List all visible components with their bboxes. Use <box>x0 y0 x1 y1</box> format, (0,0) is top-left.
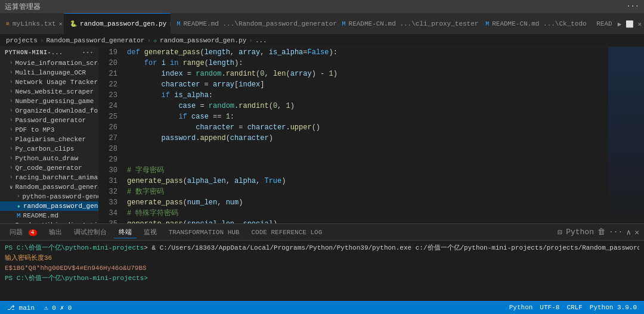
sidebar-label: Password_generator <box>15 117 86 124</box>
sidebar-label: python-password-genera... <box>22 193 98 200</box>
arrow-icon: › <box>10 117 13 123</box>
tab-mylinks[interactable]: ≡ myLinks.txt ✕ <box>0 13 64 34</box>
arrow-icon: › <box>10 175 13 181</box>
code-line-29 <box>127 154 603 165</box>
arrow-icon: › <box>10 70 13 76</box>
sidebar-item-random-pwd-folder[interactable]: ∨ Random_password_generator <box>0 182 98 192</box>
panel-tab-problems[interactable]: 问题 4 <box>5 226 42 238</box>
terminal-content[interactable]: PS C:\价值一个亿\python-mini-projects> & C:/U… <box>0 241 644 301</box>
sidebar-label: Python_auto_draw <box>15 155 78 162</box>
panel-tab-terminal[interactable]: 终端 <box>114 226 137 238</box>
statusbar-errors[interactable]: ⚠ 0 ✗ 0 <box>42 304 74 312</box>
code-line-20: for i in range(length): <box>127 58 603 69</box>
code-line-28 <box>127 144 603 154</box>
sidebar-label: README.md <box>23 212 58 219</box>
sidebar-item-news[interactable]: › News_website_scraper <box>0 87 98 97</box>
panel-split-icon[interactable]: ⊟ <box>558 228 562 237</box>
panel-more-icon[interactable]: ··· <box>609 228 623 237</box>
tab-random-pwd[interactable]: 🐍 random_password_gen.py ✕ <box>64 13 171 34</box>
statusbar-crlf[interactable]: CRLF <box>564 304 584 311</box>
sidebar-item-autodraw[interactable]: › Python_auto_draw <box>0 154 98 163</box>
arrow-icon: › <box>10 60 13 66</box>
arrow-icon: › <box>10 165 13 171</box>
sidebar-dots[interactable]: ··· <box>82 49 94 56</box>
sidebar-item-network[interactable]: › Network Usage Tracker <box>0 77 98 87</box>
linenum-27: 27 <box>98 133 117 144</box>
linenum-33: 33 <box>98 197 117 208</box>
sidebar-title: PYTHON-MINI-... <box>5 49 63 56</box>
panel-tab-debug-label: 调试控制台 <box>74 229 107 236</box>
linenum-25: 25 <box>98 111 117 122</box>
tab-random-pwd-label: random_password_gen.py <box>80 20 166 27</box>
arrow-icon: › <box>10 89 13 95</box>
menu-dots[interactable]: ··· <box>626 2 639 11</box>
statusbar-python[interactable]: Python <box>507 304 535 311</box>
linenum-26: 26 <box>98 122 117 133</box>
panel-trash-icon[interactable]: 🗑 <box>597 228 605 237</box>
tab-readme-cn2[interactable]: M README-CN.md ...\Ck_todo ✕ <box>479 13 590 34</box>
linenum-23: 23 <box>98 90 117 101</box>
code-line-31: generate_pass(alpha_len, alpha, True) <box>127 176 603 186</box>
panel-tab-output[interactable]: 输出 <box>44 226 67 238</box>
panel-tabbar: 问题 4 输出 调试控制台 终端 监视 TRANSFORMATION HUB C… <box>0 224 644 241</box>
sidebar-label: Number_guessing_game <box>15 98 94 105</box>
titlebar-controls[interactable]: ··· <box>626 2 639 11</box>
breadcrumb-file[interactable]: random_password_gen.py <box>160 37 246 44</box>
statusbar-branch[interactable]: ⎇ main <box>5 304 37 312</box>
panel-tab-watch-label: 监视 <box>144 229 157 236</box>
tab-readme-cn1-label: README-CN.md ...\cli_proxy_tester <box>349 20 479 27</box>
minimap-visual <box>608 47 644 223</box>
sidebar: PYTHON-MINI-... ··· › Movie_information_… <box>0 47 98 223</box>
code-line-30: # 字母密码 <box>127 165 603 176</box>
code-line-25: if case == 1: <box>127 111 603 122</box>
breadcrumb-folder[interactable]: Random_password_generator <box>46 37 144 44</box>
sidebar-label: Movie_information_scraper <box>15 60 98 67</box>
linenum-28: 28 <box>98 144 117 154</box>
panel-tab-transform[interactable]: TRANSFORMATION HUB <box>164 228 244 237</box>
breadcrumb-projects[interactable]: projects <box>6 37 38 44</box>
sidebar-label: racing_barchart_animation <box>15 174 98 181</box>
terminal-line-3: E$1BG*Q8*hhg00EDV$4#En946Hy46o&U79BS <box>5 263 639 273</box>
panel-close-icon[interactable]: ✕ <box>634 228 639 237</box>
linenum-22: 22 <box>98 79 117 90</box>
arrow-icon: › <box>17 194 20 200</box>
sidebar-item-ocr[interactable]: › Multi_language_OCR <box>0 68 98 77</box>
sidebar-item-readme[interactable]: M README.md <box>0 211 98 220</box>
problems-badge: 4 <box>29 229 37 236</box>
sidebar-item-movie[interactable]: › Movie_information_scraper <box>0 58 98 68</box>
statusbar-python-version[interactable]: Python 3.9.0 <box>587 304 639 311</box>
panel-tab-debug[interactable]: 调试控制台 <box>69 226 112 238</box>
terminal-password-output: E$1BG*Q8*hhg00EDV$4#En946Hy46o&U79BS <box>5 265 147 272</box>
sidebar-item-password[interactable]: › Password_generator <box>0 116 98 125</box>
statusbar-utf8[interactable]: UTF-8 <box>537 304 562 311</box>
sidebar-item-plagiarism[interactable]: › Plagiarism_checker <box>0 135 98 144</box>
tab-mylinks-close[interactable]: ✕ <box>59 20 63 27</box>
sidebar-item-number[interactable]: › Number_guessing_game <box>0 97 98 106</box>
sidebar-item-random-py[interactable]: ⬧ random_password_gen.py <box>0 201 98 211</box>
tab-read-icons[interactable]: ▶ ⬜ ✕ <box>618 20 642 28</box>
sidebar-item-qr[interactable]: › Qr_code_generator <box>0 163 98 173</box>
panel-chevron-icon[interactable]: ∧ <box>626 228 631 237</box>
panel-tab-coderef[interactable]: CODE REFERENCE LOG <box>246 228 327 237</box>
statusbar-right: Python UTF-8 CRLF Python 3.9.0 <box>507 304 639 311</box>
tab-read[interactable]: READ ▶ ⬜ ✕ <box>590 13 644 34</box>
sidebar-item-python-pwd[interactable]: › python-password-genera... <box>0 192 98 201</box>
code-line-22: character = array[index] <box>127 79 603 90</box>
breadcrumb-ellipsis[interactable]: ... <box>255 37 267 44</box>
panel-tab-watch[interactable]: 监视 <box>139 226 162 238</box>
panel-tab-transform-label: TRANSFORMATION HUB <box>169 229 240 236</box>
code-line-35: generate_pass(special_len, special) <box>127 219 603 223</box>
tab-readme1[interactable]: M README.md ...\Random_password_generato… <box>171 13 336 34</box>
linenum-29: 29 <box>98 154 117 165</box>
md-icon2: M <box>342 21 346 27</box>
code-content[interactable]: def generate_pass(length, array, is_alph… <box>122 47 608 223</box>
sidebar-item-racing[interactable]: › racing_barchart_animation <box>0 173 98 182</box>
md-icon1: M <box>177 21 180 27</box>
arrow-icon-open: ∨ <box>10 184 13 191</box>
sidebar-item-organized[interactable]: › Organized_download_folde... <box>0 106 98 116</box>
sidebar-item-pdf[interactable]: › PDF to MP3 <box>0 125 98 135</box>
arrow-icon: › <box>10 98 13 104</box>
tab-readme-cn1[interactable]: M README-CN.md ...\cli_proxy_tester ✕ <box>336 13 480 34</box>
panel-python-label[interactable]: Python <box>566 228 594 237</box>
sidebar-item-carbon[interactable]: › Py_carbon_clips <box>0 144 98 154</box>
